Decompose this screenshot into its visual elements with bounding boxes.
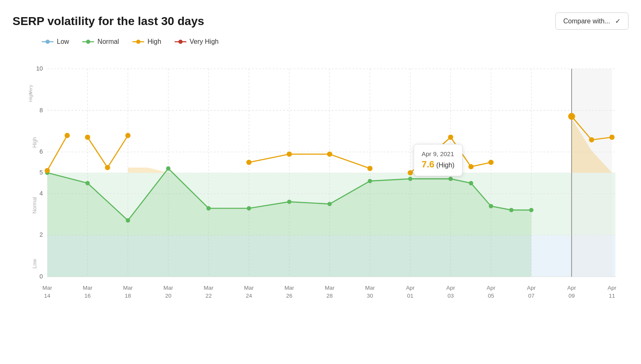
x-label-11b: 05 bbox=[488, 293, 494, 299]
x-label-6b: 26 bbox=[286, 293, 293, 299]
x-label-11: Apr bbox=[486, 285, 495, 291]
y-label-2: 2 bbox=[40, 231, 43, 238]
y-label-0: 0 bbox=[40, 273, 43, 280]
x-label-10: Apr bbox=[446, 285, 455, 291]
x-label-4b: 22 bbox=[206, 293, 212, 299]
chevron-down-icon: ✓ bbox=[615, 17, 621, 25]
green-dot-9 bbox=[408, 177, 412, 181]
orange-seg-1 bbox=[47, 136, 67, 171]
x-label-3: Mar bbox=[163, 285, 173, 291]
x-label-5b: 24 bbox=[246, 293, 252, 299]
x-label-7b: 28 bbox=[326, 293, 333, 299]
green-dot-3 bbox=[166, 166, 170, 170]
green-dot-13 bbox=[509, 208, 514, 212]
x-label-8: Mar bbox=[365, 285, 375, 291]
chart-legend: Low Normal High Very High bbox=[42, 38, 628, 46]
x-label-3b: 20 bbox=[165, 293, 171, 299]
x-label-8b: 30 bbox=[367, 293, 373, 299]
svg-point-1 bbox=[46, 40, 50, 44]
y-label-5: 5 bbox=[40, 169, 43, 176]
legend-item-high: High bbox=[132, 38, 161, 46]
green-dot-6 bbox=[287, 200, 291, 204]
orange-dot-2 bbox=[85, 135, 90, 140]
orange-dot-active bbox=[568, 113, 575, 120]
y-band-label-low: Low bbox=[32, 258, 38, 268]
y-band-label-normal: Normal bbox=[32, 197, 38, 214]
orange-dot-10 bbox=[448, 135, 453, 140]
legend-item-normal: Normal bbox=[82, 38, 119, 46]
svg-point-3 bbox=[86, 40, 90, 44]
svg-point-7 bbox=[178, 40, 183, 44]
x-label-1: Mar bbox=[83, 285, 93, 291]
orange-dot-5 bbox=[246, 160, 251, 165]
orange-dot-13 bbox=[589, 137, 594, 142]
legend-label-very-high: Very High bbox=[190, 38, 219, 46]
orange-dot-8 bbox=[367, 166, 372, 171]
orange-dot-14 bbox=[609, 135, 614, 140]
x-label-5: Mar bbox=[244, 285, 254, 291]
orange-dot-4 bbox=[125, 133, 130, 138]
legend-line-high bbox=[132, 39, 144, 45]
x-label-4: Mar bbox=[204, 285, 214, 291]
y-label-10: 10 bbox=[36, 65, 43, 72]
orange-dot-7 bbox=[327, 152, 332, 157]
green-dot-1 bbox=[85, 181, 89, 185]
x-label-1b: 16 bbox=[84, 293, 91, 299]
orange-dot-0 bbox=[45, 168, 50, 173]
x-label-14b: 11 bbox=[609, 293, 615, 299]
x-label-13: Apr bbox=[567, 285, 576, 291]
page-header: SERP volatility for the last 30 days Com… bbox=[13, 13, 628, 30]
svg-point-5 bbox=[136, 40, 140, 44]
x-label-0b: 14 bbox=[44, 293, 51, 299]
x-label-2b: 18 bbox=[125, 293, 131, 299]
page-title: SERP volatility for the last 30 days bbox=[13, 15, 204, 28]
x-label-9b: 01 bbox=[407, 293, 413, 299]
orange-dot-11 bbox=[468, 164, 473, 169]
green-dot-11 bbox=[469, 181, 473, 185]
legend-label-high: High bbox=[148, 38, 161, 46]
x-label-0: Mar bbox=[42, 285, 52, 291]
legend-item-very-high: Very High bbox=[175, 38, 219, 46]
y-label-4: 4 bbox=[40, 190, 43, 197]
x-label-7: Mar bbox=[325, 285, 335, 291]
legend-line-normal bbox=[82, 39, 94, 45]
y-band-label-very-high2: High bbox=[28, 92, 33, 101]
green-dot-12 bbox=[489, 204, 493, 208]
x-label-6: Mar bbox=[285, 285, 295, 291]
x-label-10b: 03 bbox=[448, 293, 454, 299]
compare-button[interactable]: Compare with... ✓ bbox=[555, 13, 628, 30]
green-dot-5 bbox=[247, 206, 251, 210]
legend-line-very-high bbox=[175, 39, 186, 45]
green-dot-2 bbox=[126, 218, 130, 222]
x-label-12: Apr bbox=[527, 285, 536, 291]
x-label-14: Apr bbox=[608, 285, 616, 291]
main-chart: Low Normal High Very High 0 2 4 5 6 8 10 bbox=[13, 52, 628, 319]
y-label-6: 6 bbox=[40, 148, 43, 155]
orange-dot-3 bbox=[105, 165, 110, 170]
orange-dot-9 bbox=[408, 170, 413, 175]
chart-container: Low Normal High Very High 0 2 4 5 6 8 10 bbox=[13, 52, 628, 319]
x-label-13b: 09 bbox=[569, 293, 575, 299]
legend-label-low: Low bbox=[57, 38, 69, 46]
orange-area-1 bbox=[128, 167, 168, 172]
y-label-8: 8 bbox=[40, 107, 43, 114]
green-dot-7 bbox=[328, 202, 332, 206]
legend-item-low: Low bbox=[42, 38, 69, 46]
green-dot-8 bbox=[368, 179, 372, 183]
orange-seg-3 bbox=[249, 154, 370, 168]
orange-seg-2 bbox=[88, 136, 128, 168]
green-dot-10 bbox=[448, 177, 453, 181]
legend-label-normal: Normal bbox=[97, 38, 119, 46]
orange-dot-6 bbox=[287, 152, 292, 157]
orange-dot-12 bbox=[488, 160, 493, 165]
compare-button-label: Compare with... bbox=[563, 18, 610, 25]
orange-dot-1 bbox=[65, 133, 70, 138]
y-band-label-high: High bbox=[32, 137, 38, 148]
green-dot-14 bbox=[529, 208, 533, 212]
x-label-9: Apr bbox=[406, 285, 415, 291]
legend-line-low bbox=[42, 39, 53, 45]
green-dot-4 bbox=[206, 206, 211, 210]
x-label-12b: 07 bbox=[528, 293, 534, 299]
x-label-2: Mar bbox=[123, 285, 133, 291]
